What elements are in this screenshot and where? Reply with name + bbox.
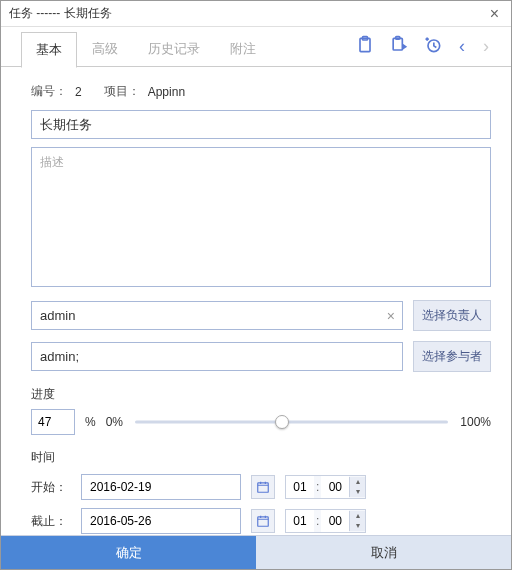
task-name-input[interactable]: [31, 110, 491, 139]
slider-thumb[interactable]: [275, 415, 289, 429]
start-calendar-button[interactable]: [251, 475, 275, 499]
svg-rect-5: [258, 483, 269, 492]
select-participants-button[interactable]: 选择参与者: [413, 341, 491, 372]
progress-row: % 0% 100%: [31, 409, 491, 435]
ok-button[interactable]: 确定: [1, 536, 256, 569]
owner-row: × 选择负责人: [31, 300, 491, 331]
paste-icon[interactable]: [355, 35, 375, 58]
add-time-icon[interactable]: [423, 35, 443, 58]
id-label: 编号：: [31, 83, 67, 100]
description-textarea[interactable]: [31, 147, 491, 287]
time-section-label: 时间: [31, 449, 491, 466]
titlebar: 任务 ------ 长期任务 ×: [1, 1, 511, 27]
owner-input[interactable]: [31, 301, 403, 330]
participants-input[interactable]: [31, 342, 403, 371]
svg-rect-2: [393, 38, 402, 50]
project-value: Appinn: [148, 85, 185, 99]
progress-slider[interactable]: [135, 412, 448, 432]
project-label: 项目：: [104, 83, 140, 100]
start-date-input[interactable]: [81, 474, 241, 500]
content-pane: 编号： 2 项目： Appinn × 选择负责人 选择参与者 进度 % 0%: [1, 66, 511, 535]
task-dialog: 任务 ------ 长期任务 × 基本 高级 历史记录 附注 ‹ › 编号： 2: [0, 0, 512, 570]
progress-max-label: 100%: [460, 415, 491, 429]
tab-history[interactable]: 历史记录: [133, 31, 215, 67]
tab-advanced[interactable]: 高级: [77, 31, 133, 67]
tab-basic[interactable]: 基本: [21, 32, 77, 68]
end-date-input[interactable]: [81, 508, 241, 534]
tab-notes[interactable]: 附注: [215, 31, 271, 67]
time-colon: :: [314, 514, 321, 528]
start-hour[interactable]: [286, 476, 314, 498]
svg-rect-6: [258, 517, 269, 526]
end-time-row: 截止： : ▴▾: [31, 508, 491, 534]
cancel-button[interactable]: 取消: [256, 536, 511, 569]
clear-owner-icon[interactable]: ×: [387, 308, 395, 324]
end-time-spinner[interactable]: ▴▾: [349, 511, 365, 531]
end-hour[interactable]: [286, 510, 314, 532]
select-owner-button[interactable]: 选择负责人: [413, 300, 491, 331]
end-label: 截止：: [31, 513, 71, 530]
copy-forward-icon[interactable]: [389, 35, 409, 58]
end-time-picker[interactable]: : ▴▾: [285, 509, 366, 533]
prev-icon[interactable]: ‹: [457, 36, 467, 57]
start-time-row: 开始： : ▴▾: [31, 474, 491, 500]
end-calendar-button[interactable]: [251, 509, 275, 533]
toolbar-actions: ‹ ›: [355, 35, 491, 58]
close-icon[interactable]: ×: [486, 5, 503, 23]
start-time-picker[interactable]: : ▴▾: [285, 475, 366, 499]
meta-row: 编号： 2 项目： Appinn: [31, 83, 491, 100]
progress-min-label: 0%: [106, 415, 123, 429]
id-value: 2: [75, 85, 82, 99]
progress-label: 进度: [31, 386, 491, 403]
progress-value-input[interactable]: [31, 409, 75, 435]
window-title: 任务 ------ 长期任务: [9, 5, 486, 22]
start-minute[interactable]: [321, 476, 349, 498]
next-icon: ›: [481, 36, 491, 57]
toolbar: 基本 高级 历史记录 附注 ‹ ›: [1, 27, 511, 67]
dialog-footer: 确定 取消: [1, 535, 511, 569]
participants-row: 选择参与者: [31, 341, 491, 372]
end-minute[interactable]: [321, 510, 349, 532]
start-label: 开始：: [31, 479, 71, 496]
percent-sign: %: [85, 415, 96, 429]
tabs: 基本 高级 历史记录 附注: [21, 31, 271, 67]
time-colon: :: [314, 480, 321, 494]
start-time-spinner[interactable]: ▴▾: [349, 477, 365, 497]
